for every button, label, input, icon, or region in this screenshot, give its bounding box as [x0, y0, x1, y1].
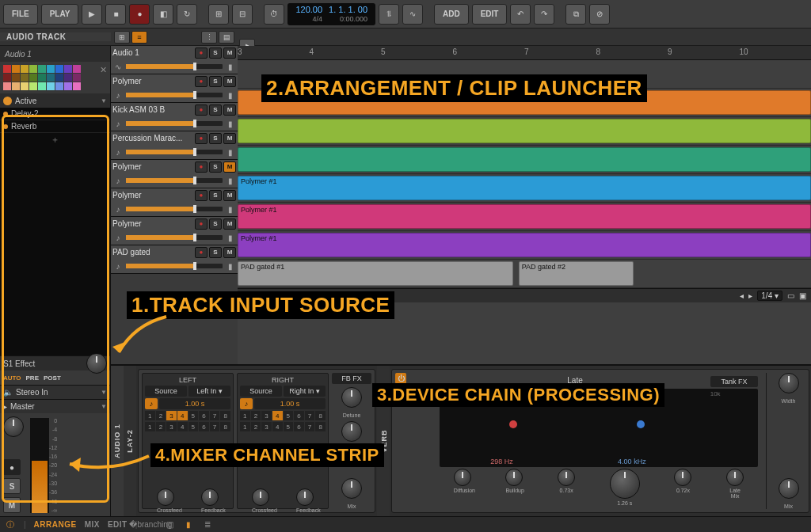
track-volume-slider[interactable] [126, 207, 223, 211]
step-button[interactable]: 2 [156, 411, 166, 420]
track-mute[interactable]: M [223, 218, 236, 230]
redo-button[interactable]: ↷ [534, 4, 554, 25]
record-button[interactable]: ● [129, 4, 150, 25]
crossfeed-knob[interactable] [157, 488, 174, 506]
feedback-knob[interactable] [201, 488, 219, 506]
color-swatch[interactable] [55, 74, 63, 82]
color-swatch[interactable] [64, 82, 72, 90]
file-menu[interactable]: FILE [3, 4, 38, 25]
inspector-toggle-icon[interactable]: ⓘ [5, 519, 16, 530]
active-toggle-row[interactable]: Active ▼ [0, 93, 110, 108]
track-name[interactable]: Polymer [112, 191, 193, 200]
color-swatch[interactable] [38, 65, 46, 73]
track-volume-slider[interactable] [126, 64, 223, 69]
width-knob[interactable] [779, 373, 799, 393]
clip-lane[interactable] [238, 89, 811, 117]
step-button[interactable]: 1 [240, 411, 250, 420]
active-check-icon[interactable] [3, 97, 12, 105]
low-freq-node[interactable] [509, 420, 517, 428]
zoom-out-button[interactable]: ▭ [787, 291, 794, 300]
mode-mix[interactable]: MIX [85, 520, 100, 529]
step-button[interactable]: 6 [199, 411, 209, 420]
step-button[interactable]: 1 [145, 411, 155, 420]
track-title-field[interactable]: Audio 1 [0, 46, 110, 62]
track-record-arm[interactable]: ● [195, 48, 208, 59]
send-tab-auto[interactable]: AUTO [3, 374, 21, 382]
color-swatch[interactable] [3, 82, 11, 90]
decay-knob[interactable] [610, 469, 640, 499]
step-button[interactable]: 8 [315, 422, 326, 431]
clip-lane[interactable] [238, 146, 811, 174]
track-solo[interactable]: S [209, 190, 222, 201]
play-button[interactable]: ▶ [82, 4, 102, 25]
track-mute[interactable]: M [223, 76, 236, 87]
track-solo[interactable]: S [209, 162, 222, 173]
add-fx-button[interactable]: ＋ [0, 133, 110, 149]
track-name[interactable]: Polymer [112, 162, 193, 171]
track-volume-slider[interactable] [126, 150, 223, 154]
tempo-value[interactable]: 120.00 [295, 5, 322, 14]
punch-in-button[interactable]: ⊞ [208, 4, 229, 25]
color-swatch[interactable] [21, 74, 29, 82]
color-swatch[interactable] [64, 65, 72, 73]
clip[interactable] [238, 147, 811, 172]
feedback-knob[interactable] [296, 488, 314, 506]
track-mute[interactable]: M [223, 104, 236, 116]
fx-item[interactable]: Reverb [0, 120, 110, 133]
color-swatch[interactable] [3, 74, 11, 82]
track-solo[interactable]: S [209, 133, 222, 144]
edit-menu[interactable]: EDIT [472, 4, 508, 25]
step-button[interactable]: 7 [210, 422, 220, 431]
step-button[interactable]: 2 [251, 411, 261, 420]
color-swatch[interactable] [21, 65, 29, 73]
play-menu[interactable]: PLAY [41, 4, 79, 25]
delete-button[interactable]: ⊘ [589, 4, 610, 25]
clip[interactable]: Polymer #1 [238, 204, 811, 229]
color-swatch[interactable] [29, 74, 37, 82]
right-input-selector[interactable]: Right In ▾ [284, 386, 326, 397]
track-record-arm[interactable]: ● [195, 76, 208, 87]
track-name[interactable]: Kick ASM 03 B [112, 105, 193, 114]
color-swatch[interactable] [3, 65, 11, 73]
track-mute[interactable]: M [223, 247, 236, 258]
loop-button[interactable]: ↻ [177, 4, 197, 25]
color-swatch[interactable] [55, 82, 63, 90]
next-marker-button[interactable]: ▸ [748, 291, 752, 300]
step-button[interactable]: 8 [220, 411, 230, 420]
undo-button[interactable]: ↶ [510, 4, 531, 25]
track-mute[interactable]: M [223, 48, 236, 59]
track-solo[interactable]: S [209, 247, 222, 258]
clip-lane[interactable] [238, 60, 811, 89]
stop-button[interactable]: ■ [105, 4, 126, 25]
track-header[interactable]: Kick ASM 03 B●SM♪▮ [111, 103, 238, 131]
fb-fx-slot[interactable]: FB FX [332, 373, 371, 384]
step-button[interactable]: 2 [156, 422, 166, 431]
mute-button[interactable]: M [3, 497, 21, 513]
chevron-down-icon[interactable]: ▼ [101, 97, 107, 104]
clip-launcher-toggle[interactable]: ⊞ [114, 31, 130, 44]
clip[interactable] [238, 119, 811, 143]
track-header[interactable]: Percussion Marac...●SM♪▮ [111, 131, 238, 160]
track-solo[interactable]: S [209, 76, 222, 87]
track-header[interactable]: Polymer●SM♪▮ [111, 160, 238, 188]
automation-lane-toggle[interactable]: ⋮ [201, 31, 217, 44]
mode-arrange[interactable]: ARRANGE [34, 520, 77, 529]
track-solo[interactable]: S [209, 48, 222, 59]
pan-knob[interactable] [3, 416, 24, 437]
automation-view-icon[interactable]: �branching [145, 519, 156, 530]
step-button[interactable]: 4 [177, 422, 188, 431]
position-bars[interactable]: 1. 1. 1. 00 [329, 5, 367, 14]
clip-lane[interactable]: PAD gated #1PAD gated #2 [238, 260, 811, 288]
track-record-arm[interactable]: ● [195, 218, 208, 230]
step-button[interactable]: 4 [177, 411, 188, 420]
clip[interactable] [238, 90, 811, 115]
mode-edit[interactable]: EDIT [108, 520, 128, 529]
clip[interactable]: PAD gated #1 [238, 261, 513, 286]
color-swatch[interactable] [38, 82, 46, 90]
track-volume-slider[interactable] [126, 178, 223, 183]
device-track-strip[interactable]: AUDIO 1 [111, 366, 124, 516]
input-selector[interactable]: 🔈 Stereo In ▼ [0, 385, 110, 399]
late-mix-knob[interactable] [726, 469, 744, 486]
detail-view-icon[interactable]: ≣ [202, 519, 213, 530]
device-power-button[interactable]: ⏻ [395, 373, 406, 384]
